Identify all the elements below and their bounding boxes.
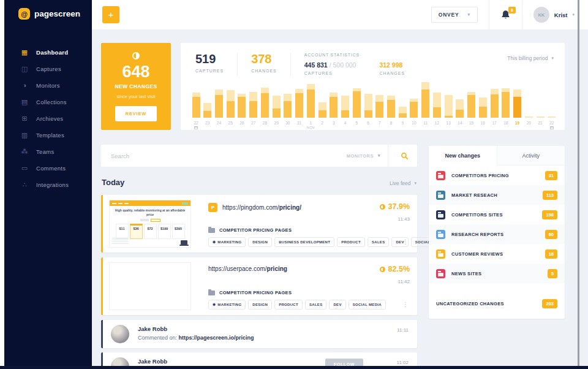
- tag-pill[interactable]: ✱ MARKETING: [208, 237, 246, 247]
- comment-link[interactable]: https://pagescreen.io/pricing: [179, 335, 254, 341]
- account-changes-label: CHANGES: [379, 71, 405, 75]
- bar-captures-segment: [330, 97, 337, 118]
- sidebar-item-label: Collections: [36, 99, 67, 105]
- tag-pill[interactable]: ✱ MARKETING: [208, 300, 246, 310]
- sidebar-item-comments[interactable]: ▭ Comments: [4, 160, 92, 177]
- category-label: NEWS SITES: [451, 271, 541, 276]
- workspace-dropdown[interactable]: ONVEY: [431, 7, 478, 23]
- bar-stack: [537, 82, 545, 118]
- tag-label: PRODUCT: [341, 240, 361, 244]
- bar-day-label: 30: [285, 121, 290, 125]
- thumb-price-card: $36: [130, 224, 143, 239]
- tag-pill[interactable]: PRODUCT: [274, 300, 303, 310]
- collection-row[interactable]: COMPETITOR PRICING PAGES: [208, 227, 292, 233]
- uncategorized-row[interactable]: UNCATEGORIZED CHANGES 203: [429, 292, 565, 315]
- capture-thumbnail[interactable]: High quality, reliable monitoring at an …: [109, 200, 191, 248]
- chart-bar: 4: [341, 82, 350, 129]
- bar-day-label: 5: [355, 121, 358, 125]
- sidebar-item-dashboard[interactable]: ▦ Dashboard: [4, 44, 92, 61]
- category-row[interactable]: CUSTOMER REVIEWS 18: [429, 244, 565, 264]
- chart-bar: 21: [536, 82, 545, 129]
- collection-row[interactable]: COMPETITOR PRICING PAGES: [208, 290, 292, 295]
- category-row[interactable]: COMPETITORS PRICING 31: [429, 165, 565, 185]
- bar-captures-segment: [375, 102, 383, 118]
- search-input[interactable]: [101, 153, 347, 159]
- bar-day-label: 8: [390, 121, 393, 125]
- sidebar-item-monitors[interactable]: ◑ Monitors: [4, 77, 92, 94]
- capture-thumbnail[interactable]: [109, 262, 191, 310]
- scrollbar[interactable]: [578, 0, 579, 369]
- tag-label: PRODUCT: [279, 303, 298, 306]
- chevron-down-icon: [414, 181, 417, 186]
- capture-url[interactable]: https://userpace.com/pricing: [208, 265, 287, 272]
- bar-day-label: 14: [458, 121, 462, 125]
- add-button[interactable]: +: [102, 6, 119, 23]
- tab-label: Activity: [522, 153, 540, 159]
- bar-day-label: 3: [333, 121, 335, 125]
- review-button[interactable]: REVIEW: [115, 106, 157, 121]
- tag-pill[interactable]: SALES: [368, 237, 390, 247]
- search-scope-label: MONITORS: [347, 153, 374, 159]
- bar-captures-segment: [456, 110, 464, 118]
- sidebar-item-collections[interactable]: ▤ Collections: [4, 94, 92, 110]
- chevron-down-icon: [572, 12, 575, 17]
- user-menu[interactable]: KK Krist: [533, 7, 575, 23]
- bar-day-label: 29: [274, 121, 279, 125]
- tab-activity[interactable]: Activity: [497, 146, 565, 165]
- search-scope-dropdown[interactable]: MONITORS: [347, 153, 380, 159]
- sidebar-item-archieves[interactable]: ⊞ Archieves: [4, 110, 92, 127]
- tag-pill[interactable]: DESIGN: [248, 237, 272, 247]
- folder-icon: [208, 291, 215, 295]
- sidebar-item-teams[interactable]: ⁂ Teams: [4, 143, 92, 160]
- feed-item-main: P https://pingdom.com/pricing/ 37.9% 11:…: [208, 195, 411, 253]
- bar-day-label: 24: [217, 121, 221, 125]
- bar-captures-segment: [353, 91, 361, 118]
- tag-label: MARKETING: [217, 303, 241, 306]
- sidebar-item-label: Dashboard: [36, 49, 68, 56]
- bar-stack: [284, 82, 292, 118]
- thumb-price-card: $72: [144, 224, 157, 239]
- live-feed-dropdown[interactable]: Live feed: [390, 180, 417, 186]
- tag-pill[interactable]: SALES: [305, 300, 327, 310]
- logo[interactable]: @ pagescreen: [4, 0, 92, 20]
- sidebar-item-integrations[interactable]: ∴ Integrations: [4, 177, 92, 193]
- sidebar-item-captures[interactable]: ◫ Captures: [4, 61, 92, 77]
- tag-pill[interactable]: SOCIAL MEDIA: [349, 300, 386, 310]
- bar-stack: [445, 82, 453, 118]
- bar-day-label: 16: [481, 121, 485, 125]
- tab-new-changes[interactable]: New changes: [429, 146, 497, 165]
- category-row[interactable]: MARKET RESEACH 113: [429, 185, 565, 205]
- chart-bar: 8: [386, 82, 395, 129]
- bar-changes-segment: [479, 97, 487, 107]
- folder-icon: [436, 230, 445, 239]
- search-button[interactable]: [396, 150, 413, 162]
- tag-pill[interactable]: PRODUCT: [337, 237, 365, 247]
- tag-pill[interactable]: DESIGN: [248, 300, 272, 310]
- topbar: + ONVEY 8 KK Krist: [92, 0, 588, 29]
- tag-pill[interactable]: DEV: [329, 300, 345, 310]
- gear-icon: ✱: [213, 303, 216, 306]
- notifications-button[interactable]: 8: [500, 9, 511, 20]
- item-menu-button[interactable]: ⋮: [402, 239, 409, 245]
- url-prefix: https://pingdom.com/: [222, 204, 279, 211]
- chart-bar: 31: [295, 82, 304, 129]
- category-row[interactable]: NEWS SITES 5: [429, 264, 565, 283]
- tag-pill[interactable]: BUSINESS DEVELOPMENT: [274, 237, 334, 247]
- category-row[interactable]: COMPETITORS SITES 198: [429, 205, 565, 224]
- bar-day-label: 9: [401, 121, 404, 125]
- item-menu-button[interactable]: ⋮: [402, 302, 409, 308]
- category-row[interactable]: RESEARCH REPORTS 60: [429, 224, 565, 244]
- commenter-name: Jake Robb: [138, 325, 167, 332]
- count-badge: 18: [545, 249, 557, 259]
- captures-quota: / 500 000: [328, 61, 356, 69]
- chart-bar: 18: [502, 82, 510, 129]
- changes-stat: 378 CHANGES: [251, 53, 277, 73]
- tag-label: DEV: [333, 303, 341, 306]
- sidebar-item-templates[interactable]: ▥ Templates: [4, 127, 92, 143]
- capture-url[interactable]: P https://pingdom.com/pricing/: [208, 203, 301, 212]
- bar-changes-segment: [330, 93, 337, 97]
- bar-captures-segment: [227, 101, 235, 118]
- billing-period-dropdown[interactable]: This billing period: [507, 55, 554, 61]
- tab-label: New changes: [445, 153, 480, 159]
- chart-bar: 29: [272, 82, 281, 129]
